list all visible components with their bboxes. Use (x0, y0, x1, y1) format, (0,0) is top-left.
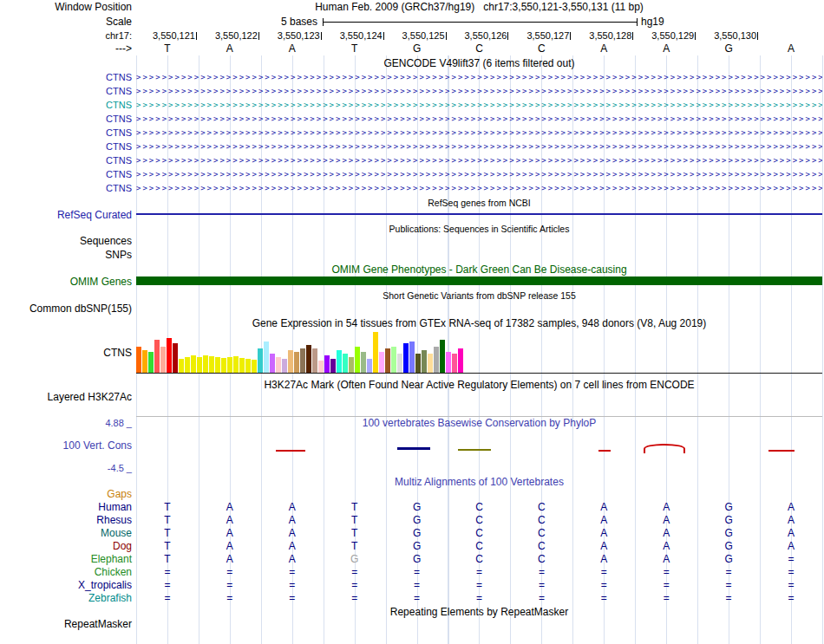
gtex-tissue-bar (258, 348, 263, 373)
gtex-tissue-bar (197, 357, 202, 373)
gtex-tissue-bar (434, 347, 439, 373)
alignment-base: = (386, 579, 448, 592)
alignment-base: = (324, 579, 386, 592)
gene-row-ctns[interactable]: CTNS>>>>>>>>>>>>>>>>>>>>>>>>>>>>>>>>>>>>… (0, 181, 824, 195)
alignment-base: T (136, 527, 199, 540)
reference-base: G (386, 42, 448, 55)
alignment-base: = (261, 579, 324, 592)
conservation-wiggle[interactable] (136, 433, 822, 462)
species-label[interactable]: Elephant (0, 553, 132, 566)
gtex-tissue-bar (142, 350, 147, 373)
reference-sequence: TAATGCCAAGA (136, 42, 822, 55)
gene-intron-arrows: >>>>>>>>>>>>>>>>>>>>>>>>>>>>>>>>>>>>>>>>… (136, 70, 822, 84)
gene-label[interactable]: CTNS (0, 181, 132, 195)
coordinate-label: 3,550,125 (386, 29, 447, 42)
phylop-min-label: -4.5 _ (0, 462, 132, 475)
gene-label[interactable]: CTNS (0, 140, 132, 153)
alignment-base: G (324, 553, 386, 566)
species-label[interactable]: Zebrafish (0, 592, 132, 605)
alignment-row-chicken[interactable]: Chicken=========== (0, 566, 824, 579)
gene-label[interactable]: CTNS (0, 167, 132, 181)
gene-label[interactable]: CTNS (0, 126, 132, 140)
gene-label[interactable]: CTNS (0, 112, 132, 126)
gtex-baseline (136, 373, 822, 374)
conservation-mark (458, 449, 491, 451)
species-label[interactable]: Rhesus (0, 514, 132, 527)
gene-row-ctns[interactable]: CTNS>>>>>>>>>>>>>>>>>>>>>>>>>>>>>>>>>>>>… (0, 167, 824, 181)
h3k27ac-label[interactable]: Layered H3K27Ac (0, 391, 132, 404)
gene-row-ctns[interactable]: CTNS>>>>>>>>>>>>>>>>>>>>>>>>>>>>>>>>>>>>… (0, 84, 824, 98)
dbsnp-row: Common dbSNP(155) (0, 302, 824, 315)
alignment-row-dog[interactable]: DogTAATGCCAAGA (0, 540, 824, 553)
gtex-tissue-bar (446, 352, 451, 373)
sequences-label[interactable]: Sequences (0, 235, 132, 248)
alignment-base: C (510, 514, 572, 527)
gene-label[interactable]: CTNS (0, 84, 132, 98)
alignment-row-elephant[interactable]: ElephantTAAGGCCAAG= (0, 553, 824, 566)
alignment-base: T (136, 514, 199, 527)
alignment-base: T (324, 540, 386, 553)
gene-row-ctns[interactable]: CTNS>>>>>>>>>>>>>>>>>>>>>>>>>>>>>>>>>>>>… (0, 153, 824, 167)
gencode-track-title: GENCODE V49lift37 (6 items filtered out) (136, 57, 822, 70)
gtex-tissue-bar (422, 350, 427, 373)
refseq-gene-line[interactable] (136, 213, 822, 215)
omim-gene-bar[interactable] (136, 276, 822, 285)
gene-row-ctns[interactable]: CTNS>>>>>>>>>>>>>>>>>>>>>>>>>>>>>>>>>>>>… (0, 140, 824, 153)
alignment-base: C (448, 514, 511, 527)
alignment-base: C (510, 527, 572, 540)
repeatmasker-label[interactable]: RepeatMasker (0, 618, 132, 631)
dbsnp-title-row: Short Genetic Variants from dbSNP releas… (0, 289, 824, 302)
gencode-gene-rows[interactable]: CTNS>>>>>>>>>>>>>>>>>>>>>>>>>>>>>>>>>>>>… (0, 70, 824, 196)
gene-row-ctns[interactable]: CTNS>>>>>>>>>>>>>>>>>>>>>>>>>>>>>>>>>>>>… (0, 70, 824, 84)
alignment-base: = (697, 592, 760, 605)
alignment-row-rhesus[interactable]: RhesusTAATGCCAAGA (0, 514, 824, 527)
reference-base: A (635, 42, 697, 55)
reference-base: A (760, 42, 822, 55)
species-label[interactable]: Dog (0, 540, 132, 553)
gtex-tissue-bar (452, 354, 457, 373)
gtex-tissue-bar (160, 347, 166, 373)
species-label[interactable]: Mouse (0, 527, 132, 540)
gene-intron-arrows: >>>>>>>>>>>>>>>>>>>>>>>>>>>>>>>>>>>>>>>>… (136, 126, 822, 140)
gtex-gene-label[interactable]: CTNS (0, 347, 132, 360)
window-position-row: Window Position Human Feb. 2009 (GRCh37/… (0, 1, 824, 14)
gene-row-ctns[interactable]: CTNS>>>>>>>>>>>>>>>>>>>>>>>>>>>>>>>>>>>>… (0, 98, 824, 112)
alignment-base: G (386, 553, 448, 566)
alignment-row-human[interactable]: HumanTAATGCCAAGA (0, 501, 824, 514)
alignment-row-x_tropicalis[interactable]: X_tropicalis=========== (0, 579, 824, 592)
gtex-tissue-bar (361, 352, 366, 373)
alignment-row-mouse[interactable]: MouseTAATGCCAAGA (0, 527, 824, 540)
snps-label[interactable]: SNPs (0, 249, 132, 262)
alignment-base: = (697, 566, 760, 579)
phylop-track-label[interactable]: 100 Vert. Cons (0, 439, 132, 452)
refseq-curated-label[interactable]: RefSeq Curated (0, 209, 132, 222)
gtex-tissue-bar (440, 340, 445, 373)
alignment-base: A (760, 514, 822, 527)
coordinate-ticks: 3,550,1213,550,1223,550,1233,550,1243,55… (136, 29, 822, 42)
gtex-tissue-bar (379, 352, 384, 373)
gene-label[interactable]: CTNS (0, 70, 132, 84)
species-label[interactable]: Chicken (0, 566, 132, 579)
omim-track-title: OMIM Gene Phenotypes - Dark Green Can Be… (136, 263, 822, 276)
h3k27ac-title-row: H3K27Ac Mark (Often Found Near Active Re… (0, 379, 824, 392)
gene-label[interactable]: CTNS (0, 153, 132, 167)
gene-label[interactable]: CTNS (0, 98, 132, 112)
position-range: chr17:3,550,121-3,550,131 (11 bp) (483, 1, 644, 13)
alignment-base: = (635, 566, 697, 579)
alignment-base: = (136, 566, 199, 579)
gene-row-ctns[interactable]: CTNS>>>>>>>>>>>>>>>>>>>>>>>>>>>>>>>>>>>>… (0, 112, 824, 126)
reference-base: G (697, 42, 760, 55)
dbsnp-label[interactable]: Common dbSNP(155) (0, 302, 132, 315)
alignment-base: = (448, 579, 511, 592)
alignment-base: G (697, 540, 760, 553)
gene-row-ctns[interactable]: CTNS>>>>>>>>>>>>>>>>>>>>>>>>>>>>>>>>>>>>… (0, 126, 824, 140)
gtex-tissue-bar (294, 352, 299, 373)
alignment-row-zebrafish[interactable]: Zebrafish=========== (0, 592, 824, 605)
species-label[interactable]: X_tropicalis (0, 579, 132, 592)
species-label[interactable]: Human (0, 501, 132, 514)
omim-genes-label[interactable]: OMIM Genes (0, 276, 132, 289)
gtex-expression-chart[interactable] (136, 331, 822, 373)
gaps-label[interactable]: Gaps (0, 488, 132, 501)
multiz-title-row: Multiz Alignments of 100 Vertebrates (0, 476, 824, 489)
multiz-alignment-rows[interactable]: HumanTAATGCCAAGARhesusTAATGCCAAGAMouseTA… (0, 501, 824, 605)
